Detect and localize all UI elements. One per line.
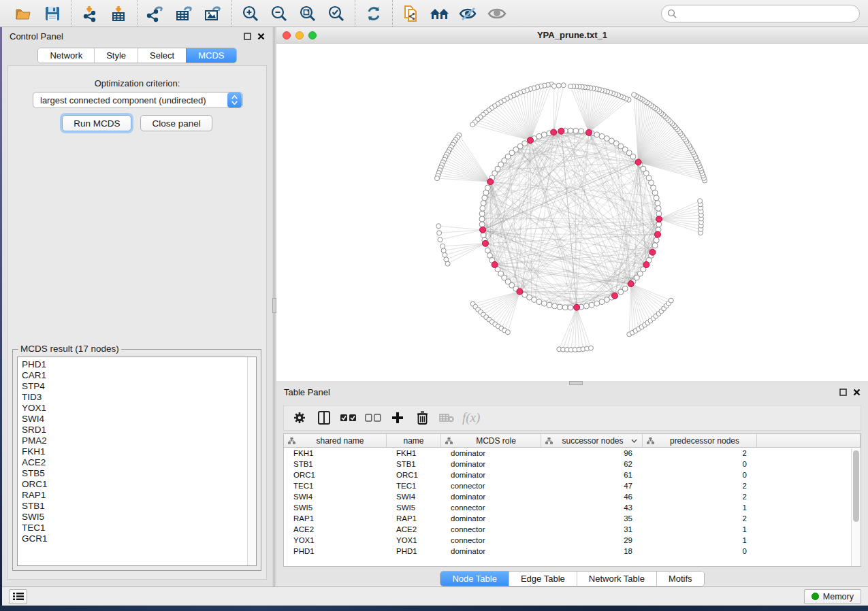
run-mcds-button[interactable]: Run MCDS <box>62 115 131 131</box>
table-tab-node-table[interactable]: Node Table <box>440 572 509 586</box>
column-header-successor-nodes[interactable]: successor nodes <box>541 434 643 447</box>
mcds-result-item[interactable]: SRD1 <box>22 425 247 435</box>
function-builder-button[interactable]: f(x) <box>462 409 480 427</box>
mcds-result-item[interactable]: SWI5 <box>22 512 247 523</box>
float-panel-icon[interactable] <box>244 33 251 40</box>
graph-node[interactable] <box>656 205 661 211</box>
graph-node[interactable] <box>652 190 658 195</box>
graph-node[interactable] <box>651 185 656 191</box>
graph-node[interactable] <box>482 195 487 201</box>
hide-panel-button[interactable] <box>454 3 483 24</box>
graph-node[interactable] <box>483 190 489 195</box>
duplicate-network-button[interactable] <box>397 3 425 24</box>
graph-node[interactable] <box>479 211 485 216</box>
graph-node[interactable] <box>485 248 490 253</box>
graph-hub-node[interactable] <box>628 281 634 287</box>
unselect-all-button[interactable] <box>364 409 382 427</box>
optimization-criterion-dropdown[interactable]: largest connected component (undirected) <box>33 92 243 108</box>
graph-node[interactable] <box>552 303 558 309</box>
graph-node[interactable] <box>654 195 659 201</box>
mcds-result-list[interactable]: PHD1CAR1STP4TID3YOX1SWI4SRD1PMA2FKH1ACE2… <box>17 357 257 566</box>
graph-node[interactable] <box>599 299 605 305</box>
graph-leaf-node[interactable] <box>437 231 442 235</box>
graph-leaf-node[interactable] <box>435 176 440 181</box>
column-header-name[interactable]: name <box>387 434 441 447</box>
mcds-result-item[interactable]: ACE2 <box>22 457 247 468</box>
graph-node[interactable] <box>541 132 547 137</box>
table-row[interactable]: YOX1YOX1connector291 <box>284 535 861 546</box>
graph-node[interactable] <box>604 136 609 142</box>
close-panel-button[interactable]: Close panel <box>140 115 212 131</box>
graph-leaf-node[interactable] <box>561 83 566 88</box>
graph-node[interactable] <box>541 301 547 306</box>
tab-style[interactable]: Style <box>94 48 138 63</box>
delete-table-button[interactable] <box>438 409 455 427</box>
graph-leaf-node[interactable] <box>441 248 446 253</box>
refresh-view-button[interactable] <box>359 3 388 24</box>
table-scrollbar-thumb[interactable] <box>853 450 859 522</box>
graph-hub-node[interactable] <box>649 249 656 255</box>
show-columns-button[interactable] <box>315 409 333 427</box>
graph-hub-node[interactable] <box>492 262 498 268</box>
graph-hub-node[interactable] <box>586 129 592 135</box>
export-image-button[interactable] <box>199 3 227 24</box>
graph-hub-node[interactable] <box>643 262 649 268</box>
graph-hub-node[interactable] <box>528 137 534 144</box>
graph-node[interactable] <box>579 129 584 134</box>
mcds-result-item[interactable]: STP4 <box>22 381 247 392</box>
table-tab-network-table[interactable]: Network Table <box>577 572 656 586</box>
search-input[interactable] <box>680 8 854 18</box>
column-header-shared-name[interactable]: shared name <box>284 434 387 447</box>
float-table-panel-icon[interactable] <box>839 389 847 396</box>
mcds-result-item[interactable]: TEC1 <box>22 523 247 533</box>
graph-node[interactable] <box>481 201 486 206</box>
mcds-list-scrollbar[interactable] <box>247 357 256 565</box>
graph-node[interactable] <box>573 128 579 133</box>
create-column-button[interactable] <box>389 409 406 427</box>
graph-node[interactable] <box>536 133 542 139</box>
mcds-result-item[interactable]: SWI4 <box>22 414 247 425</box>
graph-hub-node[interactable] <box>483 240 489 246</box>
graph-leaf-node[interactable] <box>556 83 561 88</box>
graph-node[interactable] <box>599 133 605 139</box>
graph-node[interactable] <box>652 243 658 248</box>
column-header-predecessor-nodes[interactable]: predecessor nodes <box>643 434 757 447</box>
graph-leaf-node[interactable] <box>436 224 441 229</box>
close-table-panel-icon[interactable] <box>853 389 861 396</box>
table-tab-motifs[interactable]: Motifs <box>656 572 704 586</box>
graph-node[interactable] <box>594 301 600 306</box>
zoom-selected-button[interactable] <box>322 3 351 24</box>
mcds-result-item[interactable]: ORC1 <box>22 479 247 490</box>
graph-node[interactable] <box>656 222 662 227</box>
graph-leaf-node[interactable] <box>552 84 557 88</box>
graph-node[interactable] <box>656 211 662 216</box>
save-session-button[interactable] <box>38 3 67 24</box>
graph-hub-node[interactable] <box>612 293 618 299</box>
table-row[interactable]: STB1STB1dominator620 <box>284 459 861 469</box>
graph-node[interactable] <box>589 302 594 308</box>
export-network-button[interactable] <box>142 3 170 24</box>
graph-node[interactable] <box>547 302 552 308</box>
mcds-result-item[interactable]: STB1 <box>22 501 247 512</box>
zoom-fit-button[interactable] <box>293 3 322 24</box>
graph-node[interactable] <box>485 185 490 191</box>
graph-node[interactable] <box>532 297 537 303</box>
table-row[interactable]: SWI5SWI5connector431 <box>284 502 861 513</box>
table-row[interactable]: ORC1ORC1dominator610 <box>284 469 861 480</box>
tab-network[interactable]: Network <box>38 48 94 63</box>
delete-columns-button[interactable] <box>413 409 431 427</box>
zoom-out-button[interactable] <box>265 3 293 24</box>
graph-leaf-node[interactable] <box>505 330 510 335</box>
horizontal-splitter-handle[interactable] <box>569 381 583 385</box>
mcds-result-item[interactable]: TID3 <box>22 392 247 403</box>
graph-node[interactable] <box>479 222 485 227</box>
memory-button[interactable]: Memory <box>804 589 861 604</box>
graph-node[interactable] <box>480 205 485 211</box>
graph-leaf-node[interactable] <box>669 298 673 303</box>
graph-node[interactable] <box>536 299 542 305</box>
graph-node[interactable] <box>479 216 485 222</box>
graph-leaf-node[interactable] <box>698 199 703 203</box>
mcds-result-item[interactable]: YOX1 <box>22 403 247 414</box>
graph-leaf-node[interactable] <box>440 244 445 248</box>
graph-hub-node[interactable] <box>655 231 661 237</box>
